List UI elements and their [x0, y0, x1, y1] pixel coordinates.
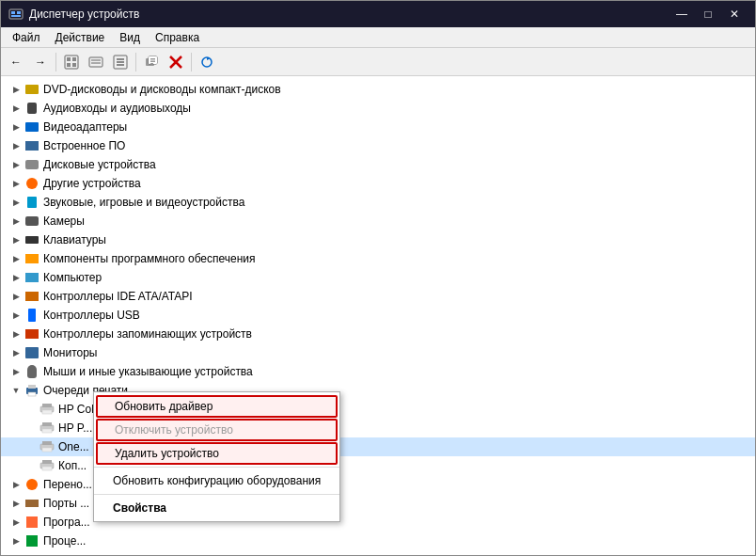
- icon-printer-item-hp1: [39, 402, 55, 417]
- label-keyboard: Клавиатуры: [43, 233, 106, 246]
- icon-printer-item-one: [39, 439, 55, 454]
- tree-item-video[interactable]: ▶ Видеоадаптеры: [1, 118, 755, 136]
- expand-transfer[interactable]: ▶: [8, 477, 24, 492]
- svg-rect-18: [149, 56, 157, 64]
- tree-item-net[interactable]: ▶ Сетевые адаптеры: [1, 550, 755, 555]
- context-menu: Обновить драйвер Отключить устройство Уд…: [93, 391, 340, 522]
- expand-component[interactable]: ▶: [8, 251, 24, 266]
- svg-rect-7: [67, 63, 71, 67]
- tree-item-audio[interactable]: ▶ Аудиовходы и аудиовыходы: [1, 99, 755, 118]
- tree-item-computer[interactable]: ▶ Компьютер: [1, 268, 755, 287]
- expand-computer[interactable]: ▶: [8, 270, 24, 285]
- tree-item-dvd[interactable]: ▶ DVD-дисководы и дисководы компакт-диск…: [1, 80, 755, 99]
- tree-item-sound[interactable]: ▶ Звуковые, игровые и видеоустройства: [1, 193, 755, 212]
- toolbar-btn-delete[interactable]: [165, 51, 187, 73]
- tree-item-monitor[interactable]: ▶ Мониторы: [1, 343, 755, 362]
- tree-item-usb[interactable]: ▶ Контроллеры USB: [1, 306, 755, 325]
- label-disk: Дисковые устройства: [43, 158, 156, 171]
- expand-monitor[interactable]: ▶: [8, 345, 24, 360]
- context-menu-item-disable[interactable]: Отключить устройство: [96, 419, 338, 441]
- expand-proc[interactable]: ▶: [8, 533, 24, 548]
- menu-file[interactable]: Файл: [5, 29, 48, 46]
- svg-rect-6: [72, 57, 76, 61]
- label-camera: Камеры: [43, 214, 85, 228]
- expand-video[interactable]: ▶: [8, 119, 24, 135]
- svg-rect-35: [42, 441, 52, 445]
- expand-storage[interactable]: ▶: [8, 326, 24, 342]
- expand-ide[interactable]: ▶: [8, 289, 24, 304]
- label-monitor: Мониторы: [43, 346, 97, 359]
- svg-rect-2: [17, 11, 21, 14]
- tree-item-mouse[interactable]: ▶ Мыши и иные указывающие устройства: [1, 362, 755, 381]
- back-button[interactable]: ←: [5, 51, 27, 73]
- toolbar-btn-1[interactable]: [60, 51, 83, 73]
- svg-rect-1: [11, 11, 15, 14]
- icon-usb: [24, 308, 40, 323]
- svg-rect-21: [150, 63, 153, 65]
- minimize-button[interactable]: —: [669, 1, 695, 27]
- tree-item-storage[interactable]: ▶ Контроллеры запоминающих устройств: [1, 325, 755, 343]
- expand-keyboard[interactable]: ▶: [8, 232, 24, 247]
- expand-usb[interactable]: ▶: [8, 308, 24, 323]
- context-menu-item-update-driver[interactable]: Обновить драйвер: [96, 395, 338, 418]
- expand-prog[interactable]: ▶: [8, 515, 24, 530]
- expand-dvd[interactable]: ▶: [8, 82, 24, 97]
- tree-item-other[interactable]: ▶ Другие устройства: [1, 174, 755, 193]
- forward-button[interactable]: →: [29, 51, 52, 73]
- tree-item-camera[interactable]: ▶ Камеры: [1, 212, 755, 230]
- label-bios: Встроенное ПО: [43, 139, 125, 152]
- maximize-button[interactable]: □: [695, 1, 721, 27]
- tree-item-keyboard[interactable]: ▶ Клавиатуры: [1, 230, 755, 249]
- icon-transfer: [24, 477, 40, 492]
- icon-monitor: [24, 345, 40, 360]
- icon-bios: [24, 138, 40, 153]
- svg-rect-30: [42, 410, 52, 414]
- icon-camera: [24, 214, 40, 229]
- menu-help[interactable]: Справка: [148, 29, 207, 46]
- toolbar-btn-4[interactable]: [140, 51, 163, 73]
- tree-item-proc[interactable]: ▶ Проце...: [1, 532, 755, 550]
- icon-prog: [24, 515, 40, 530]
- expand-other[interactable]: ▶: [8, 176, 24, 191]
- main-content: ▶ DVD-дисководы и дисководы компакт-диск…: [1, 76, 755, 555]
- svg-rect-36: [42, 448, 52, 452]
- icon-printer-item-hp2: [39, 421, 55, 436]
- context-menu-item-refresh-hw[interactable]: Обновить конфигурацию оборудования: [94, 469, 339, 492]
- toolbar-separator-1: [55, 53, 56, 71]
- context-menu-item-delete[interactable]: Удалить устройство: [96, 442, 338, 465]
- svg-rect-26: [28, 385, 36, 389]
- context-menu-separator-1: [94, 467, 339, 468]
- label-proc: Проце...: [43, 534, 86, 548]
- menu-view[interactable]: Вид: [112, 29, 148, 46]
- expand-bios[interactable]: ▶: [8, 138, 24, 153]
- expand-audio[interactable]: ▶: [8, 101, 24, 116]
- menu-action[interactable]: Действие: [48, 29, 113, 46]
- icon-mouse: [24, 364, 40, 379]
- expand-sound[interactable]: ▶: [8, 195, 24, 210]
- toolbar-btn-refresh[interactable]: [196, 51, 218, 73]
- context-menu-separator-2: [94, 494, 339, 495]
- label-dvd: DVD-дисководы и дисководы компакт-дисков: [43, 83, 281, 96]
- expand-disk[interactable]: ▶: [8, 157, 24, 172]
- expand-ports[interactable]: ▶: [8, 496, 24, 511]
- label-sound: Звуковые, игровые и видеоустройства: [43, 196, 244, 209]
- label-ide: Контроллеры IDE ATA/ATAPI: [43, 290, 193, 303]
- icon-disk: [24, 157, 40, 172]
- toolbar-btn-3[interactable]: [109, 51, 132, 73]
- toolbar-btn-2[interactable]: [85, 51, 107, 73]
- tree-item-disk[interactable]: ▶ Дисковые устройства: [1, 155, 755, 174]
- icon-computer: [24, 270, 40, 285]
- tree-item-ide[interactable]: ▶ Контроллеры IDE ATA/ATAPI: [1, 287, 755, 306]
- expand-mouse[interactable]: ▶: [8, 364, 24, 379]
- context-menu-item-properties[interactable]: Свойства: [94, 497, 339, 519]
- expand-net[interactable]: ▶: [8, 552, 24, 555]
- expand-camera[interactable]: ▶: [8, 214, 24, 229]
- icon-net: [24, 552, 40, 555]
- menubar: Файл Действие Вид Справка: [1, 27, 755, 48]
- close-button[interactable]: ✕: [721, 1, 748, 27]
- tree-item-component[interactable]: ▶ Компоненты программного обеспечения: [1, 249, 755, 268]
- icon-component: [24, 251, 40, 266]
- expand-printer[interactable]: ▼: [8, 383, 24, 398]
- tree-item-bios[interactable]: ▶ Встроенное ПО: [1, 136, 755, 155]
- svg-rect-39: [42, 467, 52, 470]
